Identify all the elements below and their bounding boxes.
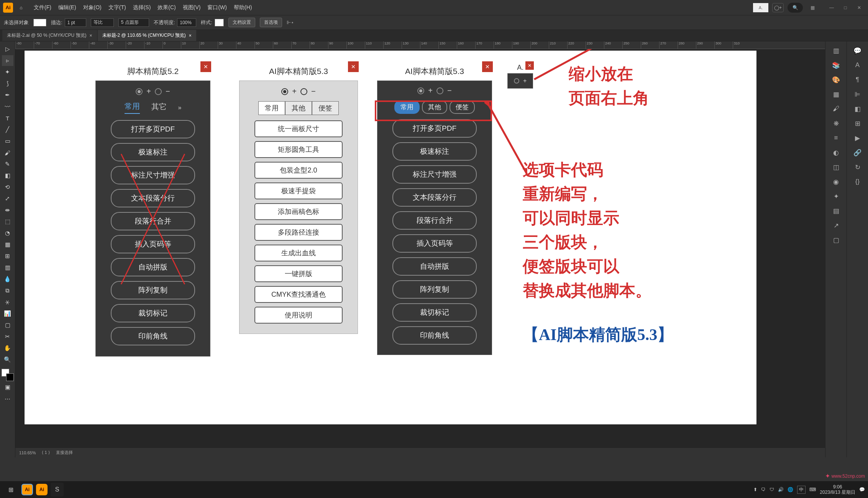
script-button[interactable]: CMYK查找潘通色 [254, 286, 343, 303]
tray-volume-icon[interactable]: 🔊 [778, 487, 784, 492]
graph-tool-icon[interactable]: 📊 [2, 308, 13, 319]
script-button[interactable]: 印前角线 [392, 326, 477, 345]
width-tool-icon[interactable]: ⇼ [2, 205, 13, 215]
graphic-styles-icon[interactable]: ✦ [829, 190, 843, 202]
tab-other[interactable]: 其它 [151, 102, 167, 113]
transform-icon[interactable]: ⊞ [851, 117, 865, 130]
script-button[interactable]: 插入页码等 [111, 235, 195, 253]
pen-tool-icon[interactable]: ✒ [2, 90, 13, 100]
tray-icon[interactable]: ⬆ [753, 487, 757, 492]
mesh-tool-icon[interactable]: ⊞ [2, 251, 13, 261]
mini-script-indicator[interactable]: A. [753, 3, 768, 12]
gradient-icon[interactable]: ◐ [829, 146, 843, 159]
symbols-icon[interactable]: ❋ [829, 117, 843, 130]
stroke-weight-input[interactable] [65, 18, 86, 27]
tray-icon[interactable]: 🛡 [770, 487, 774, 492]
script-button[interactable]: 打开多页PDF [392, 119, 477, 138]
hand-tool-icon[interactable]: ✋ [2, 343, 13, 353]
close-icon[interactable]: ✕ [200, 61, 211, 72]
menu-help[interactable]: 帮助(H) [234, 4, 252, 11]
home-icon[interactable]: ⌂ [17, 3, 25, 12]
tray-ime-icon[interactable]: 中 [797, 486, 806, 494]
taskbar-ai-icon-2[interactable]: Ai [36, 484, 48, 495]
lasso-tool-icon[interactable]: ⟆ [2, 78, 13, 89]
gradient-tool-icon[interactable]: ▥ [2, 262, 13, 273]
close-icon[interactable]: ✕ [482, 61, 493, 72]
artboard-tool-icon[interactable]: ▢ [2, 320, 13, 330]
radio-on-icon[interactable] [417, 87, 424, 94]
script-button[interactable]: 文本段落分行 [111, 189, 195, 207]
libraries-icon[interactable]: 📚 [829, 59, 843, 71]
script-button[interactable]: 标注尺寸增强 [392, 165, 477, 184]
magic-wand-tool-icon[interactable]: ✦ [2, 67, 13, 77]
swatches-icon[interactable]: ▦ [829, 88, 843, 100]
blend-tool-icon[interactable]: ⧉ [2, 285, 13, 296]
script-button[interactable]: 裁切标记 [392, 303, 477, 322]
style-swatch[interactable] [215, 19, 224, 26]
zoom-level[interactable]: 110.65% [19, 450, 36, 455]
type-tool-icon[interactable]: T [2, 113, 13, 123]
script-button[interactable]: 一键拼版 [254, 265, 343, 282]
script-button[interactable]: 包装盒型2.0 [254, 162, 343, 179]
script-button[interactable]: 极速手提袋 [254, 182, 343, 199]
tab-common[interactable]: 常用 [394, 100, 420, 114]
close-icon[interactable]: × [90, 33, 92, 38]
minimize-button[interactable]: — [826, 3, 837, 12]
close-icon[interactable]: ✕ [348, 61, 359, 72]
script-button[interactable]: 矩形圆角工具 [254, 141, 343, 158]
menu-edit[interactable]: 编辑(E) [58, 4, 76, 11]
maximize-button[interactable]: □ [840, 3, 851, 12]
opacity-input[interactable] [177, 18, 196, 27]
script-button[interactable]: 阵列复制 [111, 281, 195, 299]
stroke-icon[interactable]: ≡ [829, 132, 843, 144]
menu-select[interactable]: 选择(S) [133, 4, 151, 11]
properties-icon[interactable]: ▥ [829, 44, 843, 57]
shaper-tool-icon[interactable]: ✎ [2, 159, 13, 169]
close-icon[interactable]: × [189, 33, 192, 38]
doc-tab-2[interactable]: 未标题-2 @ 110.65 % (CMYK/CPU 预览)× [98, 30, 196, 41]
align-icon[interactable]: ⊫ [851, 88, 865, 100]
document-setup-button[interactable]: 文档设置 [228, 18, 255, 27]
comments-icon[interactable]: 💬 [851, 44, 865, 57]
script-button[interactable]: 自动拼版 [111, 258, 195, 276]
script-button[interactable]: 极速标注 [392, 142, 477, 161]
script-button[interactable]: 文本段落分行 [392, 188, 477, 207]
align-icon[interactable]: ⊩⋆ [287, 20, 294, 25]
tab-notes[interactable]: 便签 [450, 100, 475, 114]
perspective-tool-icon[interactable]: ▦ [2, 239, 13, 250]
script-button[interactable]: 生成出血线 [254, 245, 343, 261]
menu-effect[interactable]: 效果(C) [158, 4, 176, 11]
links-icon[interactable]: 🔗 [851, 146, 865, 159]
menu-file[interactable]: 文件(F) [34, 4, 51, 11]
script-button[interactable]: 统一画板尺寸 [254, 120, 343, 137]
radio-off-icon[interactable] [155, 88, 162, 95]
edit-toolbar-icon[interactable]: ⋯ [2, 393, 13, 404]
paragraph-icon[interactable]: ¶ [851, 74, 865, 86]
taskbar-clock[interactable]: 9:06 2023/8/13 星期日 [820, 484, 855, 495]
stroke-profile[interactable] [91, 18, 114, 27]
tab-other[interactable]: 其他 [285, 101, 312, 115]
doc-tab-1[interactable]: 未标题-2.ai @ 50 % (CMYK/CPU 预览)× [2, 30, 97, 41]
layers-icon[interactable]: ▤ [829, 205, 843, 217]
chevron-right-icon[interactable]: » [178, 104, 182, 111]
history-icon[interactable]: ↻ [851, 161, 865, 173]
script-button[interactable]: 段落行合并 [392, 211, 477, 230]
menu-object[interactable]: 对象(O) [83, 4, 102, 11]
taskbar-app-icon[interactable]: S [51, 483, 64, 496]
start-button[interactable]: ⊞ [3, 483, 18, 496]
curvature-tool-icon[interactable]: 〰 [2, 101, 13, 112]
tray-network-icon[interactable]: 🌐 [788, 487, 793, 492]
search-icon[interactable]: 🔍 [788, 3, 803, 13]
tab-other[interactable]: 其他 [422, 100, 447, 114]
actions-icon[interactable]: ▶ [851, 132, 865, 144]
screen-mode-icon[interactable]: ▣ [2, 382, 13, 393]
zoom-tool-icon[interactable]: 🔍 [2, 354, 13, 365]
brush-select[interactable] [118, 18, 149, 27]
transparency-icon[interactable]: ◫ [829, 161, 843, 173]
tab-common[interactable]: 常用 [258, 101, 285, 115]
script-button[interactable]: 印前角线 [111, 327, 195, 345]
fill-swatch[interactable] [33, 19, 46, 26]
character-icon[interactable]: A [851, 59, 865, 71]
eraser-tool-icon[interactable]: ◧ [2, 170, 13, 181]
cloud-icon[interactable]: ◯+ [772, 3, 784, 12]
